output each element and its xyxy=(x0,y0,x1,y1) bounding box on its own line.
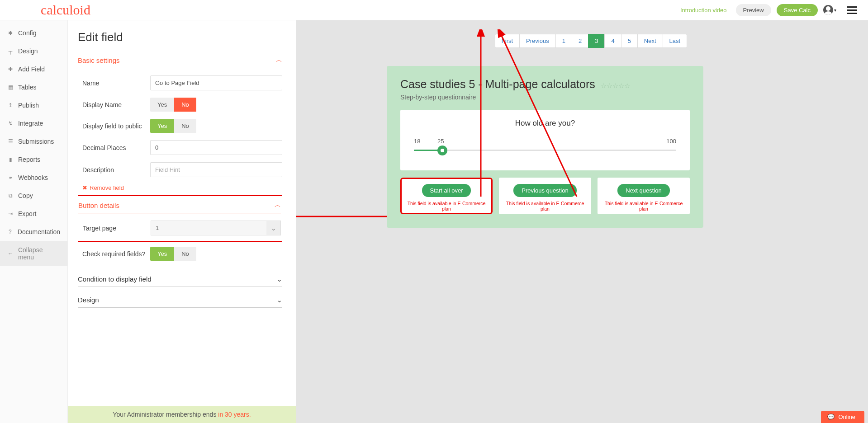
calculator-card: Case studies 5 - Multi-page calculators … xyxy=(387,66,703,228)
description-input[interactable] xyxy=(150,162,282,177)
display-public-no-button[interactable]: No xyxy=(174,119,196,133)
preview-button[interactable]: Preview xyxy=(736,4,771,16)
remove-field-label: Remove field xyxy=(90,184,124,191)
calc-title: Case studies 5 - Multi-page calculators xyxy=(400,78,595,91)
sidebar-item-documentation[interactable]: ?Documentation xyxy=(0,223,67,241)
check-required-no-button[interactable]: No xyxy=(174,247,196,261)
section-condition[interactable]: Condition to display field ⌄ xyxy=(78,272,282,287)
hamburger-menu-icon[interactable] xyxy=(847,6,857,14)
display-public-yes-button[interactable]: Yes xyxy=(150,119,174,133)
save-calc-button[interactable]: Save Calc xyxy=(777,4,818,16)
section-title: Design xyxy=(78,296,99,304)
prev-question-cell: Previous question This field is availabl… xyxy=(499,178,591,214)
start-over-cell: Start all over This field is available i… xyxy=(400,178,493,214)
target-page-select[interactable]: 1 xyxy=(151,221,281,235)
intro-video-link[interactable]: Introduction video xyxy=(680,7,727,14)
sidebar-item-config[interactable]: ✱Config xyxy=(0,24,67,42)
page-last-button[interactable]: Last xyxy=(663,34,688,48)
question-text: How old are you? xyxy=(414,119,676,128)
annotation-arrow-1 xyxy=(296,203,391,226)
sidebar-item-label: Submissions xyxy=(18,138,54,145)
gear-icon: ✱ xyxy=(7,30,14,36)
next-question-button[interactable]: Next question xyxy=(617,184,670,197)
sidebar-item-submissions[interactable]: ☰Submissions xyxy=(0,132,67,150)
sidebar-item-collapse[interactable]: ←Collapse menu xyxy=(0,241,67,266)
plan-note: This field is available in E-Commerce pl… xyxy=(503,201,588,212)
decimal-input[interactable] xyxy=(150,140,282,155)
sidebar-item-label: Publish xyxy=(18,102,39,109)
sidebar-item-label: Integrate xyxy=(18,120,43,127)
publish-icon: ↥ xyxy=(7,102,14,108)
integrate-icon: ↯ xyxy=(7,120,14,127)
target-page-label: Target page xyxy=(83,225,151,232)
chevron-down-icon: ⌄ xyxy=(277,296,282,304)
logo[interactable]: calculoid xyxy=(41,2,90,18)
sidebar: ✱Config ┬Design ✚Add Field ▦Tables ↥Publ… xyxy=(0,20,68,423)
sidebar-item-reports[interactable]: ▮Reports xyxy=(0,150,67,169)
page-3-button[interactable]: 3 xyxy=(588,34,605,48)
check-required-label: Check required fields? xyxy=(82,250,150,258)
display-name-no-button[interactable]: No xyxy=(174,98,196,112)
sidebar-item-publish[interactable]: ↥Publish xyxy=(0,96,67,114)
collapse-icon: ← xyxy=(7,250,14,257)
avatar-icon xyxy=(823,5,833,15)
section-design-field[interactable]: Design ⌄ xyxy=(78,292,282,308)
name-label: Name xyxy=(82,80,150,87)
remove-field-link[interactable]: ✖ Remove field xyxy=(82,184,282,191)
calc-subtitle: Step-by-step questionnaire xyxy=(400,94,690,101)
sidebar-item-design[interactable]: ┬Design xyxy=(0,42,67,60)
webhooks-icon: ⚭ xyxy=(7,174,14,181)
sidebar-item-label: Reports xyxy=(18,156,40,163)
prev-question-button[interactable]: Previous question xyxy=(513,184,576,197)
sidebar-item-webhooks[interactable]: ⚭Webhooks xyxy=(0,169,67,187)
chevron-down-icon: ⌄ xyxy=(277,276,282,283)
online-label: Online xyxy=(838,414,855,420)
check-required-yes-button[interactable]: Yes xyxy=(150,247,174,261)
close-icon: ✖ xyxy=(82,184,87,191)
section-title: Condition to display field xyxy=(78,275,152,283)
docs-icon: ? xyxy=(7,229,13,235)
plan-note: This field is available in E-Commerce pl… xyxy=(601,201,686,212)
sidebar-item-label: Add Field xyxy=(18,66,45,73)
page-2-button[interactable]: 2 xyxy=(572,34,588,48)
page-previous-button[interactable]: Previous xyxy=(519,34,556,48)
section-title: Basic settings xyxy=(78,56,120,64)
chevron-up-icon: ︿ xyxy=(276,56,282,64)
section-basic-settings[interactable]: Basic settings ︿ xyxy=(78,52,282,68)
page-1-button[interactable]: 1 xyxy=(555,34,572,48)
sidebar-item-label: Webhooks xyxy=(18,174,48,181)
display-name-yes-button[interactable]: Yes xyxy=(150,98,174,112)
question-card: How old are you? 18 25 100 xyxy=(400,110,690,170)
reports-icon: ▮ xyxy=(7,156,14,163)
sidebar-item-label: Documentation xyxy=(18,228,60,235)
button-details-highlight: Button details ︿ Target page 1 ⌄ xyxy=(78,195,282,242)
page-first-button[interactable]: First xyxy=(495,34,520,48)
sidebar-item-tables[interactable]: ▦Tables xyxy=(0,78,67,96)
section-button-details[interactable]: Button details ︿ xyxy=(78,197,281,213)
sidebar-item-export[interactable]: ⇥Export xyxy=(0,205,67,223)
rating-stars[interactable]: ☆☆☆☆☆ xyxy=(601,82,630,90)
display-name-label: Display Name xyxy=(82,101,150,108)
display-public-label: Display field to public xyxy=(82,122,150,130)
online-chat-widget[interactable]: 💬 Online xyxy=(821,411,864,423)
caret-down-icon: ▾ xyxy=(834,8,836,13)
plan-note: This field is available in E-Commerce pl… xyxy=(404,201,489,212)
sidebar-item-integrate[interactable]: ↯Integrate xyxy=(0,114,67,132)
slider-thumb[interactable] xyxy=(437,146,447,155)
page-next-button[interactable]: Next xyxy=(637,34,663,48)
name-input[interactable] xyxy=(150,75,282,90)
chat-icon: 💬 xyxy=(827,414,835,420)
decimal-label: Decimal Places xyxy=(82,144,150,151)
start-over-button[interactable]: Start all over xyxy=(422,184,471,197)
submissions-icon: ☰ xyxy=(7,138,14,145)
sidebar-item-add-field[interactable]: ✚Add Field xyxy=(0,60,67,78)
sidebar-item-label: Export xyxy=(18,210,36,217)
pagination: First Previous 1 2 3 4 5 Next Last xyxy=(332,34,850,48)
age-slider[interactable]: 18 25 100 xyxy=(414,138,676,154)
page-4-button[interactable]: 4 xyxy=(604,34,621,48)
page-5-button[interactable]: 5 xyxy=(621,34,638,48)
preview-area: First Previous 1 2 3 4 5 Next Last Case … xyxy=(296,20,868,423)
sidebar-item-copy[interactable]: ⧉Copy xyxy=(0,187,67,205)
slider-min: 18 xyxy=(414,138,420,145)
user-menu[interactable]: ▾ xyxy=(823,5,836,15)
